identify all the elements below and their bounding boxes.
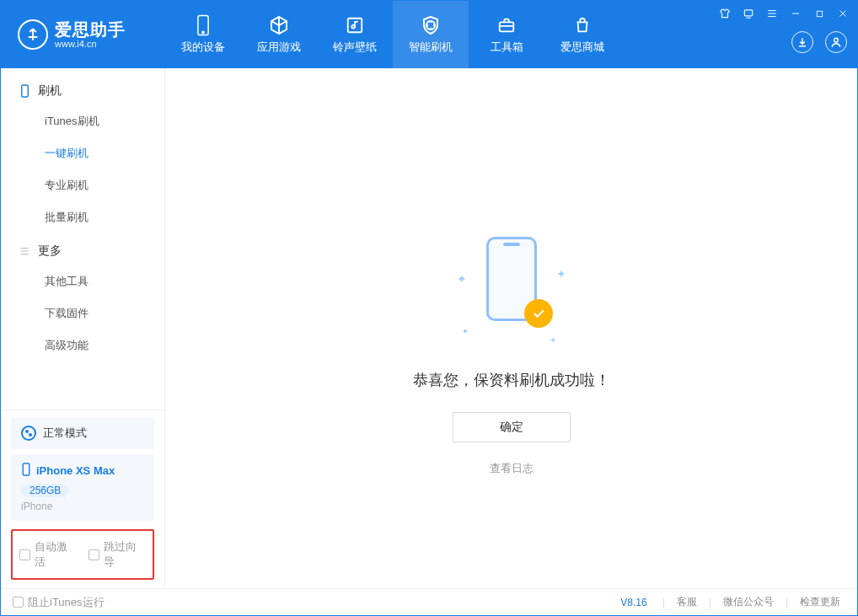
feedback-button[interactable] (741, 6, 756, 21)
sidebar-item-itunes-flash[interactable]: iTunes刷机 (1, 105, 164, 137)
device-icon (21, 463, 31, 479)
sidebar-item-batch-flash[interactable]: 批量刷机 (1, 201, 164, 233)
section-title: 刷机 (38, 83, 62, 99)
download-button[interactable] (791, 31, 813, 53)
main-content: ✦ ✦ • ✦ 恭喜您，保资料刷机成功啦！ 确定 查看日志 (165, 68, 857, 588)
sidebar-item-advanced[interactable]: 高级功能 (1, 329, 164, 362)
svg-point-1 (202, 31, 204, 33)
menu-button[interactable] (764, 6, 780, 21)
window-controls (717, 6, 850, 21)
minimize-button[interactable] (788, 6, 803, 21)
nav-my-device[interactable]: 我的设备 (165, 1, 241, 68)
svg-point-4 (834, 38, 839, 42)
footer-links: V8.16 | 客服 | 微信公众号 | 检查更新 (620, 595, 845, 609)
skip-guide-checkbox[interactable]: 跳过向导 (88, 539, 146, 570)
sidebar-bottom: 正常模式 iPhone XS Max 256GB iPhone 自动激活 (1, 410, 164, 588)
success-message: 恭喜您，保资料刷机成功啦！ (413, 370, 610, 390)
maximize-button[interactable] (812, 6, 827, 21)
list-icon (18, 244, 31, 258)
footer: 阻止iTunes运行 V8.16 | 客服 | 微信公众号 | 检查更新 (1, 588, 857, 615)
header: 爱思助手 www.i4.cn 我的设备 应用游戏 铃声壁纸 智能刷机 (1, 1, 857, 68)
sidebar-item-onekey-flash[interactable]: 一键刷机 (1, 137, 164, 169)
sidebar: 刷机 iTunes刷机 一键刷机 专业刷机 批量刷机 更多 其他工具 下载固件 … (1, 68, 165, 588)
device-name: iPhone XS Max (36, 464, 115, 477)
svg-point-9 (29, 433, 32, 437)
block-itunes-checkbox[interactable]: 阻止iTunes运行 (13, 595, 105, 610)
nav-label: 铃声壁纸 (333, 40, 377, 55)
checkbox-label: 跳过向导 (104, 539, 146, 570)
svg-rect-3 (500, 22, 514, 31)
svg-rect-5 (744, 10, 752, 16)
success-illustration: ✦ ✦ • ✦ (448, 237, 575, 346)
svg-rect-10 (23, 463, 29, 475)
skin-button[interactable] (717, 6, 732, 21)
nav-label: 爱思商城 (560, 40, 604, 55)
svg-point-8 (25, 430, 29, 433)
nav-ringtone-wallpaper[interactable]: 铃声壁纸 (317, 1, 393, 68)
sidebar-section-more: 更多 (1, 233, 164, 265)
sparkle-icon: • (464, 324, 468, 338)
mode-icon (21, 426, 36, 441)
nav-toolbox[interactable]: 工具箱 (469, 1, 544, 68)
sidebar-item-pro-flash[interactable]: 专业刷机 (1, 169, 164, 201)
shop-icon (571, 14, 593, 36)
options-box: 自动激活 跳过向导 (11, 529, 154, 580)
mode-label: 正常模式 (43, 426, 87, 441)
svg-rect-6 (817, 11, 822, 16)
footer-link-support[interactable]: 客服 (672, 595, 702, 609)
nav-label: 智能刷机 (409, 40, 453, 55)
view-log-link[interactable]: 查看日志 (490, 461, 534, 476)
nav-shop[interactable]: 爱思商城 (544, 1, 620, 68)
nav-apps-games[interactable]: 应用游戏 (241, 1, 317, 68)
toolbox-icon (496, 14, 517, 36)
sidebar-item-download-firmware[interactable]: 下载固件 (1, 297, 164, 329)
confirm-button[interactable]: 确定 (453, 412, 571, 442)
checkbox-icon (88, 549, 99, 560)
phone-icon (18, 84, 31, 98)
section-title: 更多 (38, 244, 62, 259)
header-right (791, 31, 847, 53)
sparkle-icon: ✦ (457, 272, 467, 286)
device-icon (192, 14, 214, 36)
sidebar-section-flash: 刷机 (1, 73, 164, 105)
sidebar-menu: 刷机 iTunes刷机 一键刷机 专业刷机 批量刷机 更多 其他工具 下载固件 … (1, 68, 164, 410)
logo-icon (18, 19, 48, 50)
version-label: V8.16 (620, 597, 646, 608)
device-name-row: iPhone XS Max (21, 463, 144, 479)
device-storage-badge: 256GB (21, 484, 69, 497)
logo: 爱思助手 www.i4.cn (1, 19, 165, 50)
device-type: iPhone (21, 501, 144, 512)
app-url: www.i4.cn (55, 39, 126, 49)
body: 刷机 iTunes刷机 一键刷机 专业刷机 批量刷机 更多 其他工具 下载固件 … (1, 68, 857, 588)
app-name: 爱思助手 (55, 20, 126, 39)
logo-text: 爱思助手 www.i4.cn (55, 20, 126, 49)
checkbox-label: 阻止iTunes运行 (28, 595, 105, 610)
shield-icon (420, 14, 442, 36)
user-button[interactable] (825, 31, 847, 53)
sidebar-item-other-tools[interactable]: 其他工具 (1, 265, 164, 297)
footer-link-update[interactable]: 检查更新 (795, 595, 845, 609)
separator: | (709, 597, 711, 608)
footer-link-wechat[interactable]: 微信公众号 (718, 595, 779, 609)
nav-smart-flash[interactable]: 智能刷机 (393, 1, 469, 68)
check-badge-icon (524, 299, 553, 328)
close-button[interactable] (835, 6, 850, 21)
checkbox-icon (19, 549, 30, 560)
separator: | (662, 597, 665, 608)
svg-rect-7 (21, 85, 28, 97)
cube-icon (268, 14, 290, 36)
nav-label: 工具箱 (491, 40, 523, 55)
checkbox-label: 自动激活 (35, 539, 77, 570)
checkbox-icon (13, 597, 24, 608)
sparkle-icon: ✦ (556, 267, 566, 281)
app-window: 爱思助手 www.i4.cn 我的设备 应用游戏 铃声壁纸 智能刷机 (0, 0, 858, 616)
separator: | (786, 597, 788, 608)
music-icon (344, 14, 366, 36)
sparkle-icon: ✦ (550, 335, 556, 345)
auto-activate-checkbox[interactable]: 自动激活 (19, 539, 77, 570)
nav-label: 我的设备 (181, 40, 225, 55)
mode-card[interactable]: 正常模式 (11, 417, 154, 449)
device-card[interactable]: iPhone XS Max 256GB iPhone (11, 454, 154, 521)
nav-label: 应用游戏 (257, 40, 301, 55)
main-nav: 我的设备 应用游戏 铃声壁纸 智能刷机 工具箱 爱思商城 (165, 1, 620, 68)
